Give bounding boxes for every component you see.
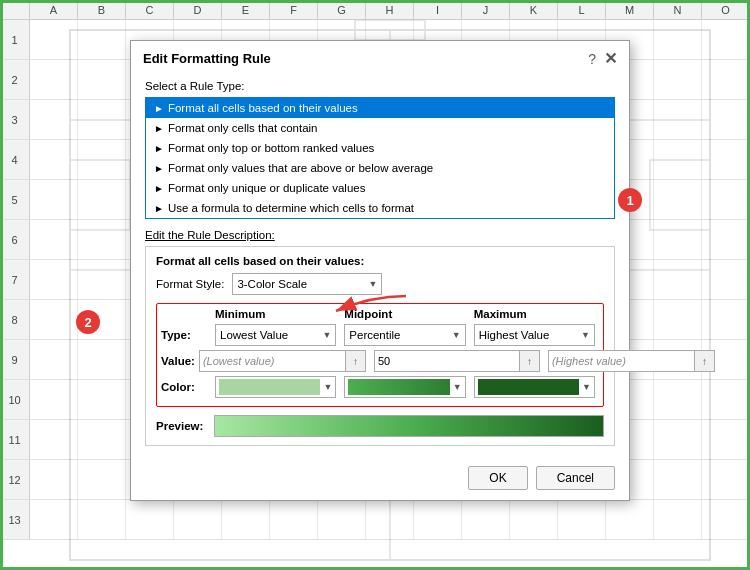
mid-type-dropdown[interactable]: Percentile ▼ bbox=[344, 324, 465, 346]
mid-type-value: Percentile bbox=[349, 329, 400, 341]
rule-type-item-5[interactable]: ► Use a formula to determine which cells… bbox=[146, 198, 614, 218]
min-value-input[interactable] bbox=[200, 355, 345, 367]
rule-type-list[interactable]: ► Format all cells based on their values… bbox=[145, 97, 615, 219]
format-style-dropdown[interactable]: 3-Color Scale ▼ bbox=[232, 273, 382, 295]
rule-type-label-4: Format only unique or duplicate values bbox=[168, 182, 366, 194]
close-button[interactable]: ✕ bbox=[604, 49, 617, 68]
color-row-label: Color: bbox=[161, 381, 211, 393]
mid-color-chevron-icon: ▼ bbox=[453, 382, 462, 392]
dialog-body: Select a Rule Type: ► Format all cells b… bbox=[131, 74, 629, 458]
max-type-dropdown[interactable]: Highest Value ▼ bbox=[474, 324, 595, 346]
col-L: L bbox=[558, 0, 606, 19]
rule-type-item-1[interactable]: ► Format only cells that contain bbox=[146, 118, 614, 138]
format-style-label: Format Style: bbox=[156, 278, 224, 290]
max-color-chevron-icon: ▼ bbox=[582, 382, 591, 392]
mmm-table: Minimum Midpoint Maximum Type: Lowest Va… bbox=[156, 303, 604, 407]
max-type-value: Highest Value bbox=[479, 329, 550, 341]
dialog-title: Edit Formatting Rule bbox=[143, 51, 271, 66]
min-value-upload-btn[interactable]: ↑ bbox=[345, 351, 365, 371]
max-type-cell: Highest Value ▼ bbox=[470, 324, 599, 346]
mid-color-select[interactable]: ▼ bbox=[344, 376, 465, 398]
midpoint-header: Midpoint bbox=[340, 308, 469, 320]
mid-value-cell: ↑ bbox=[370, 350, 544, 372]
mid-value-upload-btn[interactable]: ↑ bbox=[519, 351, 539, 371]
max-value-cell: ↑ bbox=[544, 350, 719, 372]
rule-type-label-3: Format only values that are above or bel… bbox=[168, 162, 433, 174]
min-type-dropdown[interactable]: Lowest Value ▼ bbox=[215, 324, 336, 346]
preview-label: Preview: bbox=[156, 420, 206, 432]
col-A: A bbox=[30, 0, 78, 19]
min-type-chevron-icon: ▼ bbox=[322, 330, 331, 340]
color-row: Color: ▼ ▼ bbox=[161, 376, 599, 398]
mmm-header-row: Minimum Midpoint Maximum bbox=[161, 308, 599, 320]
col-H: H bbox=[366, 0, 414, 19]
rule-type-item-0[interactable]: ► Format all cells based on their values bbox=[146, 98, 614, 118]
min-color-chevron-icon: ▼ bbox=[323, 382, 332, 392]
grid-corner bbox=[0, 0, 30, 19]
min-value-input-group: ↑ bbox=[199, 350, 366, 372]
dialog-footer: OK Cancel bbox=[131, 458, 629, 500]
type-row: Type: Lowest Value ▼ Percentile ▼ bbox=[161, 324, 599, 346]
cancel-button[interactable]: Cancel bbox=[536, 466, 615, 490]
max-color-select[interactable]: ▼ bbox=[474, 376, 595, 398]
max-value-input-group: ↑ bbox=[548, 350, 715, 372]
col-M: M bbox=[606, 0, 654, 19]
mid-color-swatch bbox=[348, 379, 449, 395]
mid-value-input[interactable] bbox=[375, 355, 519, 367]
format-all-cells-label: Format all cells based on their values: bbox=[156, 255, 604, 267]
mid-value-input-group: ↑ bbox=[374, 350, 540, 372]
help-button[interactable]: ? bbox=[588, 51, 596, 67]
type-row-label: Type: bbox=[161, 329, 211, 341]
min-type-cell: Lowest Value ▼ bbox=[211, 324, 340, 346]
rule-type-item-4[interactable]: ► Format only unique or duplicate values bbox=[146, 178, 614, 198]
dialog-titlebar: Edit Formatting Rule ? ✕ bbox=[131, 41, 629, 74]
max-color-cell: ▼ bbox=[470, 376, 599, 398]
dialog-controls: ? ✕ bbox=[588, 49, 617, 68]
arrow-icon-2: ► bbox=[154, 143, 164, 154]
col-B: B bbox=[78, 0, 126, 19]
arrow-icon-0: ► bbox=[154, 103, 164, 114]
grid-row-13: 13 bbox=[0, 500, 750, 540]
rule-type-label-1: Format only cells that contain bbox=[168, 122, 318, 134]
select-rule-type-label: Select a Rule Type: bbox=[145, 80, 615, 92]
grid-column-headers: A B C D E F G H I J K L M N O bbox=[0, 0, 750, 20]
value-row-label: Value: bbox=[161, 355, 195, 367]
rule-type-item-2[interactable]: ► Format only top or bottom ranked value… bbox=[146, 138, 614, 158]
col-D: D bbox=[174, 0, 222, 19]
min-color-cell: ▼ bbox=[211, 376, 340, 398]
format-style-value: 3-Color Scale bbox=[237, 278, 307, 290]
rule-type-label-0: Format all cells based on their values bbox=[168, 102, 358, 114]
mid-color-cell: ▼ bbox=[340, 376, 469, 398]
arrow-icon-1: ► bbox=[154, 123, 164, 134]
preview-bar bbox=[214, 415, 604, 437]
value-row: Value: ↑ ↑ bbox=[161, 350, 599, 372]
col-C: C bbox=[126, 0, 174, 19]
col-N: N bbox=[654, 0, 702, 19]
maximum-header: Maximum bbox=[470, 308, 599, 320]
preview-row: Preview: bbox=[156, 415, 604, 437]
ok-button[interactable]: OK bbox=[468, 466, 527, 490]
mid-type-chevron-icon: ▼ bbox=[452, 330, 461, 340]
col-G: G bbox=[318, 0, 366, 19]
min-color-select[interactable]: ▼ bbox=[215, 376, 336, 398]
max-value-input[interactable] bbox=[549, 355, 694, 367]
rule-type-label-5: Use a formula to determine which cells t… bbox=[168, 202, 414, 214]
col-O: O bbox=[702, 0, 750, 19]
rule-type-item-3[interactable]: ► Format only values that are above or b… bbox=[146, 158, 614, 178]
arrow-icon-5: ► bbox=[154, 203, 164, 214]
rule-type-label-2: Format only top or bottom ranked values bbox=[168, 142, 374, 154]
edit-rule-desc-label: Edit the Rule Description: bbox=[145, 229, 615, 241]
arrow-icon-4: ► bbox=[154, 183, 164, 194]
minimum-header: Minimum bbox=[211, 308, 340, 320]
col-E: E bbox=[222, 0, 270, 19]
col-I: I bbox=[414, 0, 462, 19]
edit-formatting-rule-dialog: Edit Formatting Rule ? ✕ Select a Rule T… bbox=[130, 40, 630, 501]
rule-description-box: Format all cells based on their values: … bbox=[145, 246, 615, 446]
min-type-value: Lowest Value bbox=[220, 329, 288, 341]
format-style-chevron-icon: ▼ bbox=[368, 279, 377, 289]
min-color-swatch bbox=[219, 379, 320, 395]
max-value-upload-btn[interactable]: ↑ bbox=[694, 351, 714, 371]
max-type-chevron-icon: ▼ bbox=[581, 330, 590, 340]
max-color-swatch bbox=[478, 379, 579, 395]
min-value-cell: ↑ bbox=[195, 350, 370, 372]
